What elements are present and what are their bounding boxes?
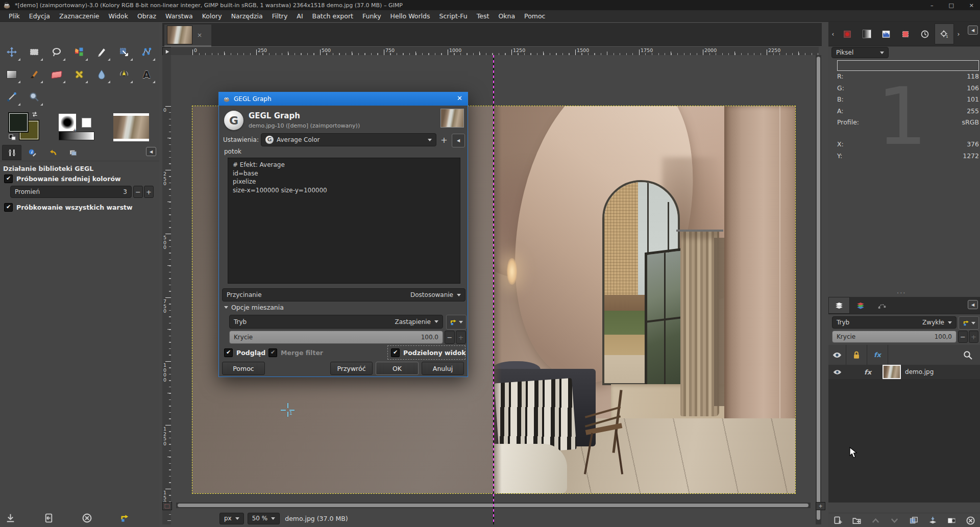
- mode-select[interactable]: Tryb Zastąpienie: [229, 315, 443, 329]
- select-by-color-tool[interactable]: [68, 41, 90, 63]
- blending-options-expander[interactable]: Opcje mieszania: [224, 304, 284, 311]
- menu-widok[interactable]: Widok: [104, 11, 133, 21]
- revert-icon[interactable]: [43, 513, 54, 523]
- ok-button[interactable]: OK: [376, 362, 419, 375]
- layer-mode-select[interactable]: Tryb Zwykłe: [832, 316, 957, 329]
- pointer-info-tab[interactable]: i: [22, 145, 42, 160]
- images-tab[interactable]: [63, 145, 83, 160]
- merge-layer-icon[interactable]: [928, 516, 938, 525]
- layer-name[interactable]: demo.jpg: [905, 368, 934, 375]
- visibility-column[interactable]: [828, 345, 846, 365]
- merge-filter-checkbox[interactable]: ✔Merge filter: [268, 348, 323, 357]
- paths-tool[interactable]: [113, 64, 135, 85]
- menu-funky[interactable]: Funky: [358, 11, 386, 21]
- unit-select[interactable]: px: [219, 513, 244, 524]
- layer-row[interactable]: fx demo.jpg: [828, 365, 980, 379]
- split-view-divider[interactable]: [493, 55, 494, 524]
- collapse-toolbox-icon[interactable]: ◀: [146, 147, 156, 156]
- gradient-preview[interactable]: [59, 132, 94, 140]
- menu-edycja[interactable]: Edycja: [24, 11, 55, 21]
- lower-layer-icon[interactable]: [890, 516, 899, 525]
- menu-test[interactable]: Test: [472, 11, 494, 21]
- close-tab-icon[interactable]: ×: [197, 32, 202, 39]
- preview-checkbox[interactable]: ✔Podgląd: [224, 348, 265, 357]
- layer-opacity-slider[interactable]: Krycie 100,0: [832, 331, 957, 343]
- menu-zaznaczenie[interactable]: Zaznaczenie: [55, 11, 104, 21]
- unified-transform-tool[interactable]: [113, 41, 135, 63]
- selection-editor-tab[interactable]: [896, 23, 915, 44]
- free-select-tool[interactable]: [46, 41, 67, 63]
- dock-splitter[interactable]: ···: [897, 289, 906, 297]
- foreground-color-swatch[interactable]: [8, 112, 29, 133]
- pipeline-textarea[interactable]: # Efekt: Averageid=basepixelizesize-x=10…: [228, 158, 460, 284]
- brushes-tab[interactable]: [838, 23, 857, 44]
- split-view-checkbox[interactable]: ✔Podzielony widok: [387, 345, 465, 360]
- swap-colors-icon[interactable]: [31, 111, 39, 118]
- blur-tool[interactable]: [91, 64, 112, 85]
- rectangle-select-tool[interactable]: [23, 41, 45, 63]
- lock-column[interactable]: [846, 345, 867, 365]
- image-tab[interactable]: ×: [164, 24, 211, 45]
- menu-kolory[interactable]: Kolory: [198, 11, 227, 21]
- menu-obraz[interactable]: Obraz: [133, 11, 161, 21]
- opacity-decrement-button[interactable]: −: [445, 331, 455, 344]
- menu-script-fu[interactable]: Script-Fu: [435, 11, 472, 21]
- n-point-deformation-tool[interactable]: [136, 41, 157, 63]
- menu-ai[interactable]: AI: [292, 11, 307, 21]
- layer-opacity-increment-button[interactable]: +: [969, 331, 978, 343]
- dialog-close-icon[interactable]: ✕: [457, 94, 462, 102]
- menu-warstwa[interactable]: Warstwa: [161, 11, 198, 21]
- minimize-button[interactable]: –: [930, 2, 934, 9]
- menu-pomoc[interactable]: Pomoc: [520, 11, 550, 21]
- vertical-scrollbar[interactable]: [816, 55, 821, 524]
- menu-batch-export[interactable]: Batch export: [308, 11, 358, 21]
- ink-tool[interactable]: [91, 41, 112, 63]
- menu-okna[interactable]: Okna: [494, 11, 520, 21]
- cancel-button[interactable]: Anuluj: [422, 362, 464, 375]
- cancel-icon[interactable]: [82, 513, 92, 523]
- layer-thumbnail[interactable]: [883, 365, 901, 379]
- paintbrush-tool[interactable]: [23, 64, 45, 85]
- pattern-preview[interactable]: [82, 118, 91, 128]
- blend-space-button[interactable]: [446, 315, 467, 330]
- maximize-button[interactable]: □: [948, 2, 953, 9]
- add-preset-button[interactable]: +: [438, 134, 450, 145]
- duplicate-layer-icon[interactable]: [909, 516, 919, 525]
- eye-icon[interactable]: [833, 368, 842, 377]
- pointer-mode-select[interactable]: Piksel: [831, 47, 889, 58]
- brush-preview[interactable]: +: [59, 114, 76, 131]
- collapse-dock-icon[interactable]: ◀: [968, 300, 978, 309]
- histogram-tab[interactable]: [876, 23, 896, 44]
- dialog-titlebar[interactable]: GEGL Graph ✕: [219, 92, 468, 106]
- layer-mask-icon[interactable]: [947, 516, 957, 525]
- radius-slider[interactable]: Promień 3: [10, 186, 132, 198]
- gradients-tab[interactable]: [857, 23, 876, 44]
- preset-select[interactable]: G Average Color: [261, 133, 436, 146]
- active-image-thumbnail[interactable]: [113, 113, 149, 141]
- help-button[interactable]: Pomoc: [222, 362, 265, 375]
- switch-colors-icon[interactable]: [120, 513, 130, 523]
- heal-tool[interactable]: [68, 64, 90, 85]
- menu-narzędzia[interactable]: Narzędzia: [227, 11, 267, 21]
- zoom-tool[interactable]: [23, 86, 45, 108]
- move-tool[interactable]: [1, 41, 22, 63]
- delete-layer-icon[interactable]: [966, 516, 975, 525]
- save-icon[interactable]: [5, 513, 16, 523]
- close-button[interactable]: ×: [969, 2, 974, 9]
- undo-history-tab[interactable]: [43, 145, 62, 160]
- clipping-select[interactable]: Przycinanie Dostosowanie: [222, 288, 465, 302]
- pointer-tab[interactable]: 1: [935, 23, 954, 44]
- effects-column[interactable]: fx: [867, 345, 888, 365]
- navigation-preview-button[interactable]: ✛: [816, 502, 825, 510]
- collapse-dock-icon[interactable]: ◀: [968, 26, 978, 35]
- raise-layer-icon[interactable]: [871, 516, 880, 525]
- search-icon[interactable]: [963, 350, 973, 360]
- menu-filtry[interactable]: Filtry: [267, 11, 292, 21]
- history-tab[interactable]: [915, 23, 935, 44]
- layer-blend-space-button[interactable]: [959, 316, 979, 330]
- quick-mask-toggle[interactable]: [162, 502, 172, 510]
- paths-tab[interactable]: [871, 297, 893, 314]
- opacity-slider[interactable]: Krycie 100.0: [229, 331, 443, 344]
- measure-tool[interactable]: [1, 86, 22, 108]
- default-colors-icon[interactable]: [9, 134, 16, 140]
